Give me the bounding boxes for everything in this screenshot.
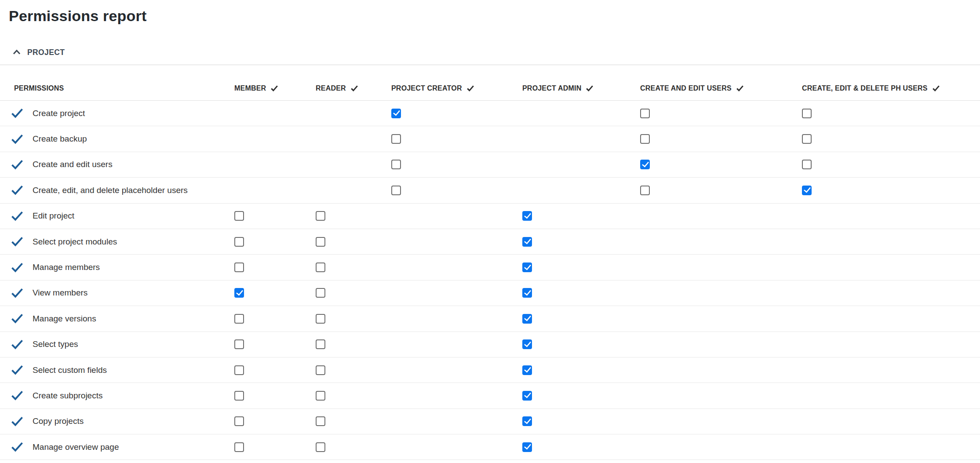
checkbox-unchecked[interactable] [316,442,325,452]
permission-cell: Select custom fields [0,365,234,375]
chevron-up-icon [12,47,22,57]
checkbox-unchecked[interactable] [234,365,244,375]
permission-label: Select custom fields [33,365,107,375]
checkbox-unchecked[interactable] [391,134,401,144]
permission-label: Create project [33,109,85,118]
checkbox-unchecked[interactable] [316,211,325,221]
check-icon [11,288,23,298]
permissions-column-header: PERMISSIONS [0,84,234,93]
role-permission-cell [391,160,522,169]
role-permission-cell [522,442,640,452]
table-row: Create subprojects [0,383,980,408]
checkbox-unchecked[interactable] [234,237,244,247]
table-row: Copy projects [0,409,980,434]
role-column-label: CREATE, EDIT & DELETE PH USERS [802,84,928,93]
checkbox-unchecked[interactable] [391,186,401,195]
role-permission-cell [802,160,980,169]
table-row: Select types [0,332,980,357]
checkbox-checked[interactable] [522,314,532,324]
role-column-header: MEMBER [234,84,316,93]
checkbox-unchecked[interactable] [640,186,650,195]
section-header-project[interactable]: PROJECT [12,46,65,59]
role-column-header: PROJECT ADMIN [522,84,640,93]
section-label: PROJECT [27,48,65,57]
table-row: Create and edit users [0,152,980,178]
checkbox-checked[interactable] [522,288,532,298]
page-title: Permissions report [9,6,980,26]
checkbox-unchecked[interactable] [640,109,650,118]
checkbox-checked[interactable] [391,109,401,118]
checkbox-checked[interactable] [522,262,532,272]
role-permission-cell [316,262,391,272]
checkbox-checked[interactable] [802,186,812,195]
checkbox-unchecked[interactable] [802,160,812,169]
role-column-header: READER [316,84,391,93]
permission-cell: Manage overview page [0,442,234,452]
check-icon [11,314,23,324]
role-permission-cell [522,237,640,247]
check-icon [11,211,23,221]
checkbox-unchecked[interactable] [640,134,650,144]
checkbox-unchecked[interactable] [802,134,812,144]
permission-label: Manage overview page [33,442,119,452]
checkbox-unchecked[interactable] [316,339,325,349]
permission-label: Edit project [33,211,74,221]
role-column-label: CREATE AND EDIT USERS [640,84,732,93]
checkbox-checked[interactable] [234,288,244,298]
table-row: View members [0,281,980,306]
role-permission-cell [802,186,980,195]
table-row: Manage overview page [0,434,980,460]
role-permission-cell [234,237,316,247]
permission-cell: Copy projects [0,416,234,427]
checkbox-unchecked[interactable] [316,237,325,247]
check-icon [466,85,474,92]
check-icon [11,185,23,195]
table-row: Manage members [0,255,980,280]
role-permission-cell [234,365,316,375]
checkbox-unchecked[interactable] [802,109,812,118]
check-icon [11,416,23,427]
role-column-label: READER [316,84,346,93]
permission-cell: Manage versions [0,314,234,324]
checkbox-unchecked[interactable] [391,160,401,169]
checkbox-unchecked[interactable] [234,314,244,324]
check-icon [11,262,23,273]
permission-cell: Create project [0,108,234,118]
checkbox-unchecked[interactable] [316,365,325,375]
checkbox-unchecked[interactable] [234,339,244,349]
checkbox-unchecked[interactable] [234,442,244,452]
check-icon [586,85,594,92]
checkbox-checked[interactable] [522,339,532,349]
permission-label: Copy projects [33,416,84,426]
role-permission-cell [316,237,391,247]
role-permission-cell [234,339,316,349]
role-permission-cell [391,109,522,118]
checkbox-checked[interactable] [522,442,532,452]
checkbox-checked[interactable] [640,160,650,169]
role-column-label: MEMBER [234,84,266,93]
role-permission-cell [316,314,391,324]
role-column-header: CREATE, EDIT & DELETE PH USERS [802,84,980,93]
table-body: Create project Create backup Create and … [0,101,980,460]
checkbox-checked[interactable] [522,211,532,221]
checkbox-unchecked[interactable] [234,262,244,272]
checkbox-unchecked[interactable] [316,288,325,298]
role-permission-cell [234,416,316,426]
checkbox-unchecked[interactable] [316,262,325,272]
checkbox-unchecked[interactable] [234,211,244,221]
checkbox-checked[interactable] [522,391,532,401]
checkbox-checked[interactable] [522,416,532,426]
permission-cell: Create subprojects [0,390,234,401]
check-icon [736,85,744,92]
role-permission-cell [640,134,802,144]
permission-label: Manage members [33,262,100,272]
role-permission-cell [640,160,802,169]
role-permission-cell [522,211,640,221]
checkbox-unchecked[interactable] [234,416,244,426]
checkbox-unchecked[interactable] [234,391,244,401]
checkbox-checked[interactable] [522,365,532,375]
checkbox-unchecked[interactable] [316,314,325,324]
checkbox-unchecked[interactable] [316,391,325,401]
checkbox-unchecked[interactable] [316,416,325,426]
checkbox-checked[interactable] [522,237,532,247]
